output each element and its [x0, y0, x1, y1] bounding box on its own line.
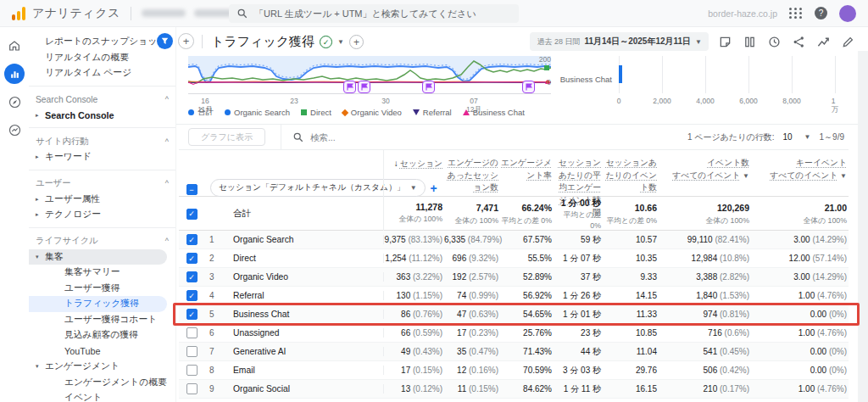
- row-checkbox[interactable]: ✓: [186, 271, 198, 282]
- row-checkbox[interactable]: ✓: [186, 290, 198, 301]
- date-range-picker[interactable]: 過去 28 日間 11月14日～2025年12月11日 ▼: [530, 32, 709, 51]
- compare-icon[interactable]: [741, 33, 758, 50]
- customize-report-button[interactable]: +: [349, 35, 364, 49]
- show-on-chart-button[interactable]: グラフに表示: [188, 128, 265, 146]
- sort-desc-icon: ↓: [394, 159, 398, 168]
- legend-label: Referral: [423, 108, 452, 117]
- sidebar-item-label: テクノロジー: [45, 209, 101, 221]
- sidebar-item[interactable]: トラフィック獲得: [29, 296, 167, 312]
- business-chat-bar-chart[interactable]: [619, 56, 835, 93]
- table-row[interactable]: ✓ 7 Generative AI 49 (0.43%) 35 (0.47%) …: [179, 343, 849, 361]
- row-checkbox-cell: ✓: [179, 290, 204, 301]
- annotation-flag-icon[interactable]: [422, 81, 435, 93]
- sidebar-item[interactable]: Search Console ^: [29, 86, 175, 108]
- google-apps-icon[interactable]: [789, 8, 803, 19]
- sidebar-item[interactable]: ユーザー ^: [29, 170, 175, 192]
- legend-item[interactable]: 合計: [188, 107, 214, 118]
- table-search-input[interactable]: [310, 132, 429, 142]
- rows-per-page-select[interactable]: 10 ▼: [782, 132, 810, 142]
- legend-item[interactable]: Organic Video: [342, 108, 402, 117]
- add-comparison-button[interactable]: +: [178, 33, 194, 49]
- row-checkbox[interactable]: ✓: [186, 365, 198, 376]
- comparison-chip[interactable]: [157, 33, 173, 49]
- sidebar-item-label: エンゲージメント: [45, 360, 120, 372]
- scrollbar[interactable]: [858, 51, 868, 402]
- legend-marker-icon: [301, 109, 307, 115]
- table-row[interactable]: ✓ 3 Organic Video 363 (3.22%) 192 (2.57%…: [179, 268, 849, 287]
- sidebar-item[interactable]: ▾ エンゲージメント: [29, 359, 175, 375]
- engaged-sessions-cell: 6,335 (84.79%): [444, 235, 500, 244]
- legend-item[interactable]: Business Chat: [463, 108, 525, 117]
- row-checkbox[interactable]: ✓: [186, 383, 198, 394]
- sidebar-item[interactable]: YouTube: [29, 343, 175, 360]
- sidebar-item[interactable]: リアルタイムの概要: [29, 50, 175, 66]
- home-icon[interactable]: [4, 36, 25, 56]
- row-checkbox[interactable]: ✓: [186, 327, 198, 338]
- key-events-cell: 1.00 (4.76%): [751, 291, 849, 300]
- sidebar-item[interactable]: ▸ テクノロジー: [29, 207, 175, 223]
- row-checkbox-cell: ✓: [179, 383, 204, 394]
- events-per-session-cell: 10.35: [603, 254, 659, 263]
- select-all-checkbox[interactable]: −: [186, 184, 198, 195]
- table-row[interactable]: ✓ 5 Business Chat 86 (0.76%) 47 (0.63%) …: [179, 305, 849, 324]
- edit-icon[interactable]: [839, 33, 856, 50]
- table-row[interactable]: ✓ 1 Organic Search 9,375 (83.13%) 6,335 …: [179, 231, 849, 249]
- x-axis-tick: 1万: [832, 97, 839, 115]
- expand-arrow-icon: ▸: [36, 154, 45, 160]
- global-search[interactable]: [229, 4, 519, 23]
- row-checkbox[interactable]: ✓: [186, 309, 198, 320]
- totals-checkbox-cell: ✓: [179, 209, 204, 220]
- sidebar-item[interactable]: ユーザー獲得: [29, 281, 175, 297]
- sidebar-item[interactable]: ▸ Search Console: [29, 108, 175, 124]
- annotation-flag-icon[interactable]: [343, 81, 356, 93]
- table-row[interactable]: ✓ 2 Direct 1,254 (11.12%) 696 (9.32%) 55…: [179, 249, 849, 268]
- chevron-down-icon[interactable]: ▼: [840, 172, 847, 180]
- table-row[interactable]: ✓ 8 Email 17 (0.15%) 12 (0.16%) 70.59% 3…: [179, 361, 849, 380]
- help-icon[interactable]: ?: [815, 7, 827, 20]
- explore-icon[interactable]: [4, 92, 25, 112]
- sidebar-item[interactable]: ユーザー獲得コホート: [29, 312, 175, 328]
- clock-icon[interactable]: [765, 33, 782, 50]
- advertising-icon[interactable]: [4, 120, 25, 140]
- sidebar-item[interactable]: レポートのスナップショット: [29, 34, 175, 50]
- table-row[interactable]: ✓ 9 Organic Social 13 (0.12%) 11 (0.15%)…: [179, 380, 849, 399]
- table-row[interactable]: ✓ 4 Referral 130 (1.15%) 74 (0.99%) 56.9…: [179, 287, 849, 305]
- sidebar-item[interactable]: サイト内行動 ^: [29, 127, 175, 149]
- user-avatar[interactable]: [839, 5, 856, 22]
- table-row[interactable]: ✓ 6 Unassigned 66 (0.59%) 17 (0.23%) 25.…: [179, 324, 849, 343]
- notes-icon[interactable]: [716, 33, 733, 50]
- sidebar-item[interactable]: 集客サマリー: [29, 265, 175, 281]
- row-checkbox[interactable]: ✓: [186, 234, 198, 245]
- sidebar-item[interactable]: ▸ ユーザー属性: [29, 192, 175, 208]
- sidebar-item[interactable]: リアルタイム ページ: [29, 65, 175, 81]
- events-per-session-cell: 11.33: [603, 310, 659, 319]
- totals-checkbox[interactable]: ✓: [186, 209, 198, 220]
- chevron-down-icon[interactable]: ▼: [743, 172, 749, 180]
- sidebar-item[interactable]: ライフサイクル ^: [29, 227, 175, 249]
- annotation-flag-icon[interactable]: [522, 81, 535, 93]
- sidebar-item-label: トラフィック獲得: [64, 298, 139, 310]
- global-search-input[interactable]: [254, 8, 510, 19]
- sidebar-item[interactable]: エンゲージメントの概要: [29, 375, 175, 391]
- legend-item[interactable]: Direct: [301, 108, 331, 117]
- sidebar-item[interactable]: ▾ 集客: [29, 249, 167, 265]
- insights-icon[interactable]: [815, 33, 832, 50]
- legend-item[interactable]: Organic Search: [225, 108, 290, 117]
- row-checkbox[interactable]: ✓: [186, 253, 198, 264]
- data-quality-check-icon[interactable]: ✓: [320, 36, 332, 48]
- share-icon[interactable]: [790, 33, 807, 50]
- reports-icon[interactable]: [4, 64, 25, 84]
- legend-item[interactable]: Referral: [413, 108, 452, 117]
- row-checkbox[interactable]: ✓: [186, 346, 198, 357]
- legend-marker-icon: [225, 109, 231, 115]
- annotation-flag-icon[interactable]: [358, 81, 370, 93]
- bar-business-chat[interactable]: [619, 65, 622, 83]
- sidebar-item[interactable]: 見込み顧客の獲得: [29, 327, 175, 343]
- chevron-down-icon[interactable]: ▼: [337, 38, 344, 46]
- sidebar-item[interactable]: ▸ キーワード: [29, 149, 175, 165]
- table-search[interactable]: [293, 132, 429, 142]
- search-icon: [293, 132, 303, 142]
- sidebar-item[interactable]: イベント: [29, 390, 175, 402]
- legend-marker-icon: [413, 109, 420, 115]
- row-rank: 3: [204, 272, 226, 282]
